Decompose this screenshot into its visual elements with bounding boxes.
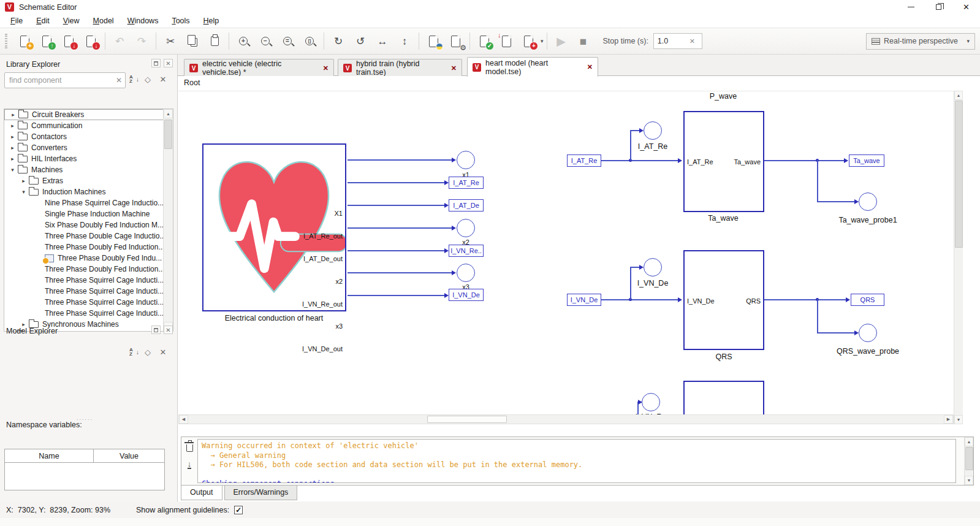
tree-item[interactable]: Communication <box>4 120 164 131</box>
goto-tag-ta-wave[interactable]: Ta_wave <box>849 154 884 167</box>
compile-dropdown-caret[interactable]: ▾ <box>541 38 544 44</box>
wire[interactable] <box>817 299 818 333</box>
tab-heart-model[interactable]: V heart model (heart model.tse) ✕ <box>467 57 598 77</box>
scrollbar-thumb[interactable] <box>955 101 963 248</box>
tree-item[interactable]: Three Phase Doubly Fed Induction... <box>4 264 164 275</box>
close-tab-icon[interactable]: ✕ <box>323 64 329 72</box>
tree-item[interactable]: Three Phase Double Cage Inductio... <box>4 231 164 242</box>
rotate-ccw-button[interactable]: ↺ <box>349 31 371 51</box>
close-button[interactable]: ✕ <box>952 1 980 14</box>
copy-button[interactable] <box>181 31 203 51</box>
collapse-all-button[interactable]: ✕ <box>157 75 169 84</box>
sort-az-button[interactable]: AZ↓ <box>127 75 142 83</box>
wire[interactable] <box>348 295 446 296</box>
tree-item[interactable]: Machines <box>4 164 164 175</box>
wire[interactable] <box>348 205 446 206</box>
model-script-button[interactable] <box>422 31 444 51</box>
tree-item[interactable]: Extras <box>4 175 164 186</box>
expand-arrow-icon[interactable] <box>8 145 17 151</box>
wire[interactable] <box>817 332 856 334</box>
probe-i-at-re[interactable] <box>644 121 662 140</box>
scroll-left-arrow[interactable]: ◀ <box>179 415 188 424</box>
cut-button[interactable]: ✂ <box>159 31 181 51</box>
restore-button[interactable] <box>925 1 952 14</box>
close-tab-icon[interactable]: ✕ <box>451 64 457 72</box>
from-tag-i-vn-de[interactable]: I_VN_De <box>567 294 601 306</box>
stop-time-field[interactable]: ✕ <box>653 33 702 49</box>
goto-tag-qrs[interactable]: QRS <box>851 294 884 306</box>
probe-ta-wave[interactable] <box>859 192 877 211</box>
schematic-canvas[interactable]: X1 I_AT_Re_out I_AT_De_out x2 I_VN_Re_ou… <box>178 91 954 414</box>
flip-horizontal-button[interactable]: ↔ <box>371 31 393 51</box>
tree-item[interactable]: Circuit Breakers <box>4 109 164 120</box>
library-search-input[interactable] <box>4 72 126 88</box>
expand-all-button[interactable]: ◇ <box>142 75 154 84</box>
ta-wave-block[interactable]: I_AT_Re Ta_wave <box>683 111 764 212</box>
wire[interactable] <box>348 227 454 229</box>
probe-x1[interactable] <box>457 151 475 169</box>
tree-item[interactable]: Three Phase Doubly Fed Induction... <box>4 242 164 253</box>
paste-button[interactable] <box>203 31 226 51</box>
expand-arrow-icon[interactable] <box>19 178 28 184</box>
scrollbar-thumb[interactable] <box>427 416 507 423</box>
stop-time-input[interactable] <box>658 37 689 45</box>
wire[interactable] <box>348 250 446 251</box>
stop-button[interactable]: ■ <box>572 31 594 51</box>
float-panel-button[interactable] <box>151 326 161 334</box>
wire[interactable] <box>817 201 856 202</box>
guidelines-checkbox[interactable]: ✓ <box>234 506 243 514</box>
tree-item[interactable]: Three Phase Squirrel Cage Inducti... <box>4 275 164 286</box>
flip-vertical-button[interactable]: ↕ <box>393 31 416 51</box>
zoom-out-button[interactable]: − <box>254 31 276 51</box>
panel-splitter[interactable]: ...... <box>77 318 93 324</box>
save-as-button[interactable]: ↓ <box>80 31 102 51</box>
wire[interactable] <box>764 160 845 161</box>
probe-x2[interactable] <box>457 219 475 237</box>
expand-arrow-icon[interactable] <box>8 134 17 140</box>
menu-item[interactable]: File <box>4 15 29 26</box>
canvas-vertical-scrollbar[interactable]: ▲ ▼ <box>954 91 963 424</box>
validate-model-button[interactable]: ✓ <box>473 31 495 51</box>
run-button[interactable]: ▶ <box>550 31 572 51</box>
tree-item[interactable]: HIL Interfaces <box>4 153 164 164</box>
menu-item[interactable]: Tools <box>165 15 196 26</box>
expand-all-button[interactable]: ◇ <box>142 348 154 357</box>
wire[interactable] <box>348 182 446 183</box>
scrollbar-thumb[interactable] <box>164 120 172 149</box>
console-tab[interactable]: Errors/Warnings <box>224 486 298 500</box>
tree-item[interactable]: Three Phase Squirrel Cage Inducti... <box>4 286 164 297</box>
zoom-100-button[interactable]: = <box>276 31 298 51</box>
expand-arrow-icon[interactable] <box>8 156 17 162</box>
close-panel-button[interactable]: ✕ <box>164 326 173 334</box>
column-header-name[interactable]: Name <box>5 449 94 462</box>
menu-item[interactable]: Windows <box>121 15 165 26</box>
scroll-to-bottom-icon[interactable]: ↓ <box>188 460 192 469</box>
probe-i-vn-re[interactable] <box>642 393 660 411</box>
wire[interactable] <box>601 299 680 300</box>
expand-arrow-icon[interactable] <box>8 167 17 173</box>
scrollbar-thumb[interactable] <box>965 447 973 470</box>
collapse-all-button[interactable]: ✕ <box>157 348 169 357</box>
model-settings-button[interactable]: ⚙ <box>444 31 466 51</box>
toolbar-grip[interactable] <box>5 34 7 48</box>
undo-button[interactable]: ↶ <box>108 31 131 51</box>
probe-i-vn-de[interactable] <box>644 258 662 276</box>
close-tab-icon[interactable]: ✕ <box>587 63 593 71</box>
redo-button[interactable]: ↷ <box>131 31 153 51</box>
scroll-up-arrow[interactable]: ▲ <box>164 109 173 118</box>
sort-az-button[interactable]: AZ↓ <box>127 348 142 356</box>
minimize-button[interactable] <box>897 1 925 14</box>
scroll-down-arrow[interactable]: ▼ <box>965 476 973 485</box>
expand-arrow-icon[interactable] <box>8 123 17 129</box>
qrs-block[interactable]: I_VN_De QRS <box>683 250 764 350</box>
tree-item[interactable]: Three Phase Doubly Fed Indu... <box>4 253 164 264</box>
tag-i-at-de[interactable]: I_AT_De <box>449 199 484 212</box>
scroll-down-arrow[interactable]: ▼ <box>954 415 963 424</box>
console-tab[interactable]: Output <box>181 486 222 500</box>
rotate-cw-button[interactable]: ↻ <box>327 31 349 51</box>
tag-i-vn-re[interactable]: I_VN_Re.. <box>449 245 484 257</box>
close-panel-button[interactable]: ✕ <box>164 59 173 67</box>
library-tree-scrollbar[interactable]: ▲ ▼ <box>163 109 173 331</box>
wire[interactable] <box>348 272 454 273</box>
menu-item[interactable]: Model <box>86 15 121 26</box>
